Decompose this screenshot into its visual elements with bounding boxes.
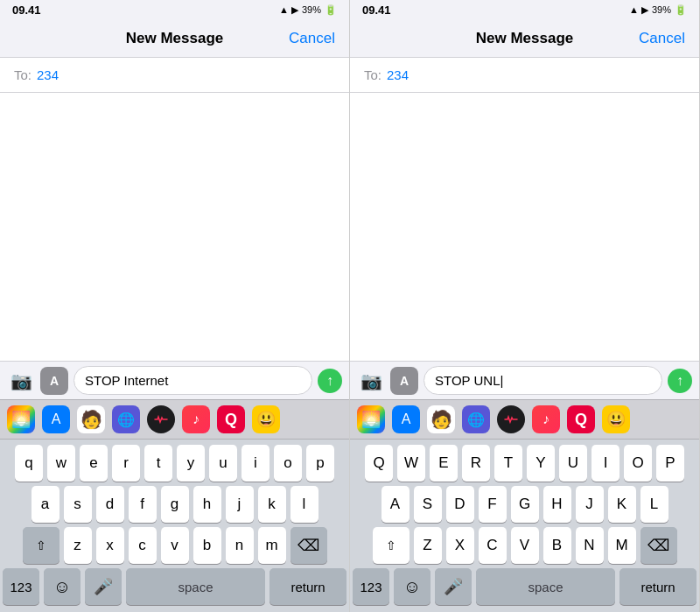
left-key-m[interactable]: m xyxy=(258,527,286,564)
right-key-h[interactable]: H xyxy=(543,486,571,523)
left-key-n[interactable]: n xyxy=(226,527,254,564)
right-q-icon[interactable]: Q xyxy=(567,405,595,433)
right-key-m[interactable]: M xyxy=(608,527,636,564)
right-key-o[interactable]: O xyxy=(624,445,652,482)
right-key-r[interactable]: R xyxy=(462,445,490,482)
left-key-c[interactable]: c xyxy=(129,527,157,564)
right-music-icon[interactable]: ♪ xyxy=(532,405,560,433)
left-key-t[interactable]: t xyxy=(144,445,172,482)
left-return-key[interactable]: return xyxy=(270,568,346,605)
left-key-e[interactable]: e xyxy=(80,445,108,482)
right-emoji-key[interactable]: ☺ xyxy=(394,568,430,605)
right-key-p[interactable]: P xyxy=(656,445,684,482)
right-key-f[interactable]: F xyxy=(479,486,507,523)
left-key-s[interactable]: s xyxy=(64,486,92,523)
left-key-q[interactable]: q xyxy=(15,445,43,482)
left-key-z[interactable]: z xyxy=(64,527,92,564)
left-key-h[interactable]: h xyxy=(193,486,221,523)
left-key-l[interactable]: l xyxy=(290,486,318,523)
right-heartrate-icon[interactable] xyxy=(497,405,525,433)
left-send-button[interactable]: ↑ xyxy=(318,369,342,393)
right-key-q[interactable]: Q xyxy=(365,445,393,482)
right-apps-icon[interactable]: A xyxy=(390,367,418,395)
right-camera-icon[interactable]: 📷 xyxy=(357,367,385,395)
right-shift-key[interactable]: ⇧ xyxy=(373,527,410,564)
right-mic-key[interactable]: 🎤 xyxy=(435,568,472,605)
left-to-field[interactable]: To: 234 xyxy=(0,58,349,93)
left-key-o[interactable]: o xyxy=(274,445,302,482)
right-delete-key[interactable]: ⌫ xyxy=(640,527,677,564)
right-key-d[interactable]: D xyxy=(446,486,474,523)
right-key-u[interactable]: U xyxy=(559,445,587,482)
right-key-c[interactable]: C xyxy=(479,527,507,564)
right-num-key[interactable]: 123 xyxy=(353,568,389,605)
left-key-f[interactable]: f xyxy=(129,486,157,523)
right-key-e[interactable]: E xyxy=(430,445,458,482)
right-key-x[interactable]: X xyxy=(446,527,474,564)
left-key-i[interactable]: i xyxy=(242,445,270,482)
left-key-k[interactable]: k xyxy=(258,486,286,523)
right-key-s[interactable]: S xyxy=(414,486,442,523)
left-search-icon[interactable]: 🌐 xyxy=(112,405,140,433)
left-delete-key[interactable]: ⌫ xyxy=(290,527,327,564)
right-key-t[interactable]: T xyxy=(494,445,522,482)
right-key-v[interactable]: V xyxy=(511,527,539,564)
right-key-l[interactable]: L xyxy=(640,486,668,523)
right-message-body[interactable] xyxy=(350,93,699,361)
right-key-a[interactable]: A xyxy=(382,486,410,523)
right-space-key[interactable]: space xyxy=(476,568,615,605)
left-key-d[interactable]: d xyxy=(96,486,124,523)
left-key-v[interactable]: v xyxy=(161,527,189,564)
left-apps-icon[interactable]: A xyxy=(40,367,68,395)
right-extra-icon[interactable]: 😃 xyxy=(602,405,630,433)
left-emoji-key[interactable]: ☺ xyxy=(44,568,80,605)
right-key-j[interactable]: J xyxy=(576,486,604,523)
right-key-k[interactable]: K xyxy=(608,486,636,523)
right-key-i[interactable]: I xyxy=(592,445,620,482)
right-status-icons: ▲ ▶ 39% 🔋 xyxy=(629,4,687,16)
left-shift-key[interactable]: ⇧ xyxy=(23,527,60,564)
right-memoji-icon[interactable]: 🧑 xyxy=(427,405,455,433)
left-key-row-2: a s d f g h j k l xyxy=(3,486,346,523)
right-return-key[interactable]: return xyxy=(620,568,696,605)
left-message-input[interactable]: STOP Internet xyxy=(74,366,312,395)
right-key-z[interactable]: Z xyxy=(414,527,442,564)
left-appstore-icon[interactable]: A xyxy=(42,405,70,433)
left-key-j[interactable]: j xyxy=(226,486,254,523)
left-key-p[interactable]: p xyxy=(306,445,334,482)
right-search-icon[interactable]: 🌐 xyxy=(462,405,490,433)
left-key-u[interactable]: u xyxy=(209,445,237,482)
left-mic-key[interactable]: 🎤 xyxy=(85,568,122,605)
right-send-button[interactable]: ↑ xyxy=(668,369,692,393)
left-key-r[interactable]: r xyxy=(112,445,140,482)
right-key-g[interactable]: G xyxy=(511,486,539,523)
left-key-a[interactable]: a xyxy=(32,486,60,523)
right-key-b[interactable]: B xyxy=(543,527,571,564)
right-key-y[interactable]: Y xyxy=(527,445,555,482)
right-key-w[interactable]: W xyxy=(397,445,425,482)
left-cancel-button[interactable]: Cancel xyxy=(289,30,335,47)
left-extra-icon[interactable]: 😃 xyxy=(252,405,280,433)
right-cancel-button[interactable]: Cancel xyxy=(639,30,685,47)
left-key-b[interactable]: b xyxy=(193,527,221,564)
right-key-n[interactable]: N xyxy=(576,527,604,564)
left-status-time: 09.41 xyxy=(12,4,41,17)
left-q-icon[interactable]: Q xyxy=(217,405,245,433)
left-music-icon[interactable]: ♪ xyxy=(182,405,210,433)
left-heartrate-icon[interactable] xyxy=(147,405,175,433)
left-message-body[interactable] xyxy=(0,93,349,361)
left-memoji-icon[interactable]: 🧑 xyxy=(77,405,105,433)
left-camera-icon[interactable]: 📷 xyxy=(7,367,35,395)
right-message-input[interactable]: STOP UNL| xyxy=(424,366,662,395)
left-num-key[interactable]: 123 xyxy=(3,568,39,605)
left-key-g[interactable]: g xyxy=(161,486,189,523)
left-key-w[interactable]: w xyxy=(47,445,75,482)
left-space-key[interactable]: space xyxy=(126,568,265,605)
right-appstore-icon[interactable]: A xyxy=(392,405,420,433)
right-photos-app-icon[interactable]: 🌅 xyxy=(357,405,385,433)
right-to-field[interactable]: To: 234 xyxy=(350,58,699,93)
left-photos-app-icon[interactable]: 🌅 xyxy=(7,405,35,433)
right-phone-panel: 09.41 ▲ ▶ 39% 🔋 New Message Cancel To: 2… xyxy=(350,0,700,612)
left-key-y[interactable]: y xyxy=(177,445,205,482)
left-key-x[interactable]: x xyxy=(96,527,124,564)
